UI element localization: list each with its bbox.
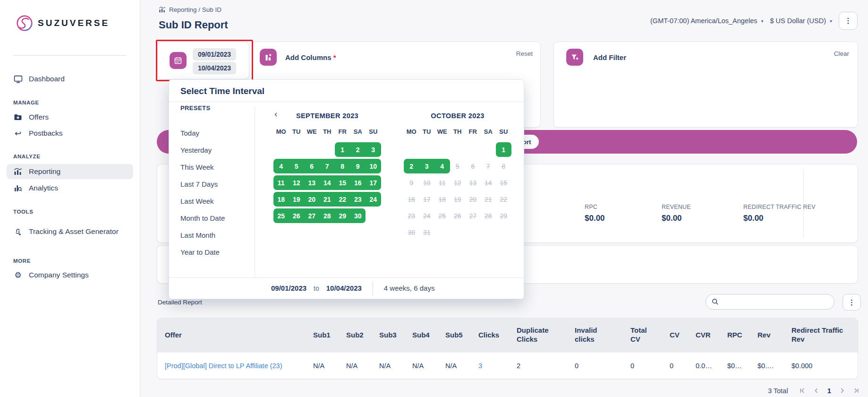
sidebar-section-analyze: ANALYZE [7,153,133,160]
preset-yesterday[interactable]: Yesterday [180,141,225,158]
day-8[interactable]: 8 [335,158,350,174]
day-24[interactable]: 24 [366,191,381,207]
day-21: 21 [481,191,496,207]
column-header-duplicate-clicks: Duplicate Clicks [517,326,575,344]
day-1[interactable]: 1 [496,141,511,158]
day-27[interactable]: 27 [304,207,320,224]
day-17[interactable]: 17 [366,174,381,191]
day-21[interactable]: 21 [320,191,335,207]
cell-rev: $0.000 [757,362,791,370]
presets-divider [255,106,255,277]
preset-today[interactable]: Today [180,124,225,141]
return-arrow-icon: ↩ [13,129,23,138]
add-columns-icon[interactable] [260,49,277,66]
preset-last-month[interactable]: Last Month [180,226,225,243]
weekday-label: TU [289,128,305,135]
chevron-left-icon[interactable]: ‹ [274,109,277,118]
day-22[interactable]: 22 [335,191,350,207]
add-columns-button[interactable]: Add Columns * [285,53,336,61]
stat-rpc: RPC$0.00 [585,204,605,223]
day-18[interactable]: 18 [273,191,289,207]
day-3[interactable]: 3 [366,141,381,158]
cell-sub3: N/A [379,362,412,370]
day-19[interactable]: 19 [289,191,305,207]
table-kebab-menu-button[interactable]: ⋮ [842,294,861,311]
day-23[interactable]: 23 [350,191,366,207]
footer-date-from: 09/01/2023 [271,284,306,292]
sidebar-item-company-settings[interactable]: ⚙ Company Settings [7,268,133,283]
preset-last-7-days[interactable]: Last 7 Days [180,175,225,192]
pagination-next-icon[interactable] [839,388,845,394]
day-29[interactable]: 29 [335,207,350,224]
day-empty [465,141,481,158]
day-5[interactable]: 5 [289,158,305,174]
add-filter-button[interactable]: Add Filter [593,53,626,61]
weekday-label: MO [273,128,289,135]
day-14[interactable]: 14 [320,174,335,191]
day-6[interactable]: 6 [304,158,320,174]
pagination-last-icon[interactable] [853,388,859,394]
day-24: 24 [419,207,435,224]
analytics-search-icon [13,184,23,192]
offer-link[interactable]: [Prod][Global] Direct to LP Affiliate (2… [157,362,313,370]
day-16[interactable]: 16 [350,174,366,191]
day-30[interactable]: 30 [350,207,366,224]
day-1[interactable]: 1 [335,141,350,158]
preset-year-to-date[interactable]: Year to Date [180,243,225,260]
column-header-sub1: Sub1 [313,331,346,340]
day-13: 13 [465,174,481,191]
day-26[interactable]: 26 [289,207,305,224]
cell-redirect-traffic-rev: $0.000 [791,362,858,370]
day-3[interactable]: 3 [419,158,435,174]
day-empty [366,207,381,224]
reset-button[interactable]: Reset [516,50,533,57]
sidebar-item-analytics[interactable]: Analytics [7,181,133,196]
day-7[interactable]: 7 [320,158,335,174]
day-13[interactable]: 13 [304,174,320,191]
add-filter-icon[interactable] [566,49,583,66]
sidebar-item-offers[interactable]: Offers [7,110,133,125]
date-to-value[interactable]: 10/04/2023 [193,62,236,74]
search-input[interactable] [723,298,828,306]
day-10[interactable]: 10 [366,158,381,174]
timezone-select[interactable]: (GMT-07:00) America/Los_Angeles ▾ [650,17,764,25]
pagination-first-icon[interactable] [799,388,805,394]
preset-this-week[interactable]: This Week [180,158,225,175]
sidebar-item-dashboard[interactable]: Dashboard [7,71,133,86]
day-28[interactable]: 28 [320,207,335,224]
brand-name: SUZUVERSE [38,18,110,28]
breadcrumb-text[interactable]: Reporting / Sub ID [169,6,221,13]
sidebar-item-postbacks[interactable]: ↩ Postbacks [7,126,133,141]
sidebar-item-tracking-asset-generator[interactable]: Tracking & Asset Generator [7,220,133,243]
column-header-rpc: RPC [727,331,757,340]
day-2[interactable]: 2 [350,141,366,158]
day-11[interactable]: 11 [273,174,289,191]
sidebar-item-reporting[interactable]: Reporting [7,164,133,179]
day-20[interactable]: 20 [304,191,320,207]
day-9[interactable]: 9 [350,158,366,174]
cell-clicks[interactable]: 3 [478,362,517,370]
date-from-value[interactable]: 09/01/2023 [193,48,236,60]
day-15[interactable]: 15 [335,174,350,191]
day-2[interactable]: 2 [404,158,419,174]
weekday-label: SU [366,128,381,135]
cell-total-cv: 0 [630,362,670,370]
preset-last-week[interactable]: Last Week [180,192,225,209]
currency-select[interactable]: $ US Dollar (USD) ▾ [770,17,832,25]
day-12[interactable]: 12 [289,174,305,191]
preset-month-to-date[interactable]: Month to Date [180,209,225,226]
calendar-icon[interactable] [170,52,187,69]
sidebar-item-label: Reporting [29,167,60,176]
pagination-current-page[interactable]: 1 [827,387,831,395]
header-kebab-menu-button[interactable]: ⋮ [839,12,858,30]
brand-logo[interactable]: SUZUVERSE [16,14,110,32]
clear-button[interactable]: Clear [834,50,849,57]
pagination-total: 3 Total [768,387,788,395]
day-4[interactable]: 4 [273,158,289,174]
day-grid: 1234567891011121314151617181920212223242… [273,141,381,224]
day-25[interactable]: 25 [273,207,289,224]
date-range-button[interactable]: 09/01/2023 10/04/2023 [158,42,249,79]
day-4[interactable]: 4 [434,158,450,174]
pagination-prev-icon[interactable] [813,388,819,394]
page-title: Sub ID Report [159,19,228,31]
